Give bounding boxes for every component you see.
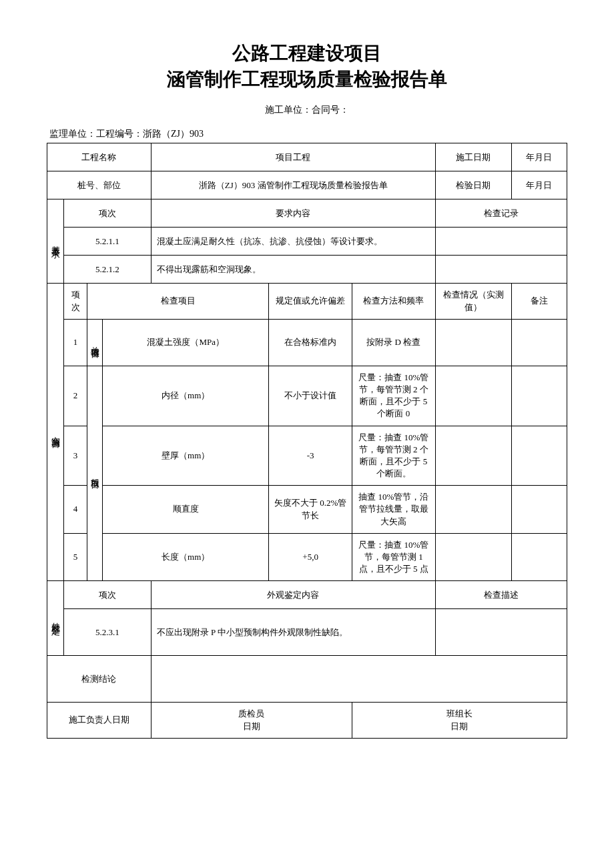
m4-spec: 矢度不大于 0.2%管节长 bbox=[269, 486, 352, 534]
label-proj-item: 项目工程 bbox=[151, 143, 435, 171]
m5-item: 长度（mm） bbox=[103, 533, 269, 581]
basic-row1-no: 5.2.1.1 bbox=[63, 228, 151, 256]
table-row: 5.2.1.2 不得出现露筋和空洞现象。 bbox=[47, 256, 567, 284]
report-table: 工程名称 项目工程 施工日期 年月日 桩号、部位 浙路（ZJ）903 涵管制作工… bbox=[47, 143, 567, 738]
m3-item: 壁厚（mm） bbox=[103, 426, 269, 486]
appearance-row-no: 5.2.3.1 bbox=[63, 609, 151, 656]
label-proj-name: 工程名称 bbox=[47, 143, 151, 171]
footer-c2b: 日期 bbox=[243, 721, 260, 731]
conclusion-value bbox=[151, 656, 567, 703]
m5-method: 尺量：抽查 10%管节，每管节测 1 点，且不少于 5 点 bbox=[352, 533, 435, 581]
footer-c2a: 质检员 bbox=[238, 709, 264, 719]
m5-spec: +5,0 bbox=[269, 533, 352, 581]
basic-row2-no: 5.2.1.2 bbox=[63, 256, 151, 284]
measure-head-no: 项次 bbox=[63, 284, 87, 319]
appearance-col2: 外观鉴定内容 bbox=[151, 581, 435, 609]
m3-method: 尺量：抽查 10%管节，每管节测 2 个断面，且不少于 5 个断面。 bbox=[352, 426, 435, 486]
m3-spec: -3 bbox=[269, 426, 352, 486]
table-row: 实测项目 项次 检查项目 规定值或允许偏差 检查方法和频率 检查情况（实测值） … bbox=[47, 284, 567, 319]
basic-row1-content: 混凝土应满足耐久性（抗冻、抗渗、抗侵蚀）等设计要求。 bbox=[151, 228, 435, 256]
conclusion-label: 检测结论 bbox=[47, 656, 151, 703]
measure-head-record: 检查情况（实测值） bbox=[435, 284, 511, 319]
m1-record bbox=[435, 319, 511, 366]
measure-head-spec: 规定值或允许偏差 bbox=[269, 284, 352, 319]
table-row: 工程名称 项目工程 施工日期 年月日 bbox=[47, 143, 567, 171]
m4-method: 抽查 10%管节，沿管节拉线量，取最大矢高 bbox=[352, 486, 435, 534]
side-basic: 基本要求 bbox=[47, 199, 64, 284]
table-row: 1 关键项目 混凝土强度（MPa） 在合格标准内 按附录 D 检查 bbox=[47, 319, 567, 366]
value-date1: 年月日 bbox=[511, 143, 567, 171]
appearance-col3: 检查描述 bbox=[435, 581, 567, 609]
appearance-row-desc bbox=[435, 609, 567, 656]
m2-note bbox=[511, 366, 567, 426]
appearance-col1: 项次 bbox=[63, 581, 151, 609]
m5-record bbox=[435, 533, 511, 581]
m2-item: 内径（mm） bbox=[103, 366, 269, 426]
value-stake: 浙路（ZJ）903 涵管制作工程现场质量检验报告单 bbox=[151, 171, 435, 199]
m1-spec: 在合格标准内 bbox=[269, 319, 352, 366]
measure-head-note: 备注 bbox=[511, 284, 567, 319]
side-appearance: 外观鉴定 bbox=[47, 581, 64, 656]
table-row: 5.2.1.1 混凝土应满足耐久性（抗冻、抗渗、抗侵蚀）等设计要求。 bbox=[47, 228, 567, 256]
label-inspect-date: 检验日期 bbox=[435, 171, 511, 199]
key-label: 关键项目 bbox=[87, 319, 103, 366]
meta-line: 监理单位：工程编号：浙路（ZJ）903 bbox=[47, 128, 567, 140]
m2-method: 尺量：抽查 10%管节，每管节测 2 个断面，且不少于 5 个断面 0 bbox=[352, 366, 435, 426]
footer-c3a: 班组长 bbox=[446, 709, 473, 719]
table-row: 2 般项目 内径（mm） 不小于设计值 尺量：抽查 10%管节，每管节测 2 个… bbox=[47, 366, 567, 426]
label-construct-date: 施工日期 bbox=[435, 143, 511, 171]
table-row: 桩号、部位 浙路（ZJ）903 涵管制作工程现场质量检验报告单 检验日期 年月日 bbox=[47, 171, 567, 199]
title-line-1: 公路工程建设项目 bbox=[47, 40, 567, 66]
m5-note bbox=[511, 533, 567, 581]
basic-row2-record bbox=[435, 256, 567, 284]
measure-head-item: 检查项目 bbox=[87, 284, 269, 319]
m1-n: 1 bbox=[63, 319, 87, 366]
m3-note bbox=[511, 426, 567, 486]
table-row: 外观鉴定 项次 外观鉴定内容 检查描述 bbox=[47, 581, 567, 609]
label-stake: 桩号、部位 bbox=[47, 171, 151, 199]
title-line-2: 涵管制作工程现场质量检验报告单 bbox=[47, 66, 567, 92]
m5-n: 5 bbox=[63, 533, 87, 581]
footer-c1: 施工负责人日期 bbox=[47, 703, 151, 738]
m2-record bbox=[435, 366, 511, 426]
m1-method: 按附录 D 检查 bbox=[352, 319, 435, 366]
sub-line: 施工单位：合同号： bbox=[47, 104, 567, 116]
m4-n: 4 bbox=[63, 486, 87, 534]
measure-head-method: 检查方法和频率 bbox=[352, 284, 435, 319]
table-row: 检测结论 bbox=[47, 656, 567, 703]
m1-note bbox=[511, 319, 567, 366]
appearance-row-content: 不应出现附录 P 中小型预制构件外观限制性缺陷。 bbox=[151, 609, 435, 656]
basic-col3: 检查记录 bbox=[435, 199, 567, 228]
basic-col2: 要求内容 bbox=[151, 199, 435, 228]
table-row: 5.2.3.1 不应出现附录 P 中小型预制构件外观限制性缺陷。 bbox=[47, 609, 567, 656]
footer-c3b: 日期 bbox=[450, 721, 468, 731]
table-row: 3 壁厚（mm） -3 尺量：抽查 10%管节，每管节测 2 个断面，且不少于 … bbox=[47, 426, 567, 486]
m4-note bbox=[511, 486, 567, 534]
table-row: 施工负责人日期 质检员 日期 班组长 日期 bbox=[47, 703, 567, 738]
footer-c2: 质检员 日期 bbox=[151, 703, 352, 738]
m2-n: 2 bbox=[63, 366, 87, 426]
table-row: 5 长度（mm） +5,0 尺量：抽查 10%管节，每管节测 1 点，且不少于 … bbox=[47, 533, 567, 581]
table-row: 基本要求 项次 要求内容 检查记录 bbox=[47, 199, 567, 228]
footer-c3: 班组长 日期 bbox=[352, 703, 567, 738]
value-date2: 年月日 bbox=[511, 171, 567, 199]
table-row: 4 顺直度 矢度不大于 0.2%管节长 抽查 10%管节，沿管节拉线量，取最大矢… bbox=[47, 486, 567, 534]
side-measure: 实测项目 bbox=[47, 284, 64, 581]
general-label: 般项目 bbox=[87, 366, 103, 581]
m4-record bbox=[435, 486, 511, 534]
basic-row1-record bbox=[435, 228, 567, 256]
basic-row2-content: 不得出现露筋和空洞现象。 bbox=[151, 256, 435, 284]
basic-col1: 项次 bbox=[63, 199, 151, 228]
m3-record bbox=[435, 426, 511, 486]
m1-item: 混凝土强度（MPa） bbox=[103, 319, 269, 366]
m3-n: 3 bbox=[63, 426, 87, 486]
m2-spec: 不小于设计值 bbox=[269, 366, 352, 426]
title-block: 公路工程建设项目 涵管制作工程现场质量检验报告单 bbox=[47, 40, 567, 92]
m4-item: 顺直度 bbox=[103, 486, 269, 534]
